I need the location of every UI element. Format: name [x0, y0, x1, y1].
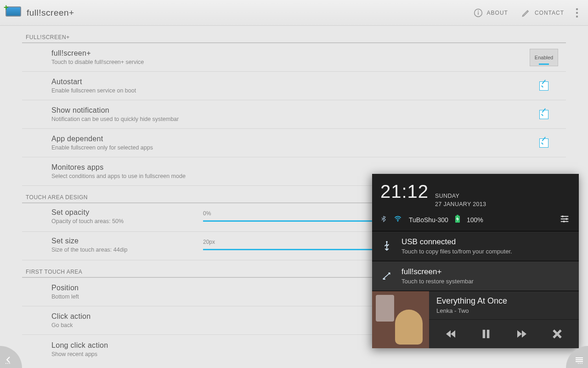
row-show-notification[interactable]: Show notification Notification can be us… — [22, 100, 566, 129]
svg-rect-1 — [478, 12, 479, 15]
row-title: Monitores apps — [51, 163, 562, 172]
enabled-toggle-label: Enabled — [535, 55, 553, 60]
autostart-checkbox[interactable] — [539, 81, 548, 91]
svg-point-13 — [7, 363, 8, 364]
battery-percent: 100% — [467, 216, 483, 224]
notification-subtitle: Touch to copy files to/from your compute… — [401, 248, 512, 255]
clock: 21:12 — [380, 181, 429, 202]
action-bar: + full!screen+ ABOUT CONTACT — [0, 0, 588, 26]
notification-subtitle: Touch to restore systembar — [401, 278, 474, 285]
svg-rect-6 — [562, 216, 564, 218]
about-label: ABOUT — [487, 10, 508, 16]
row-app-dependent[interactable]: App dependent Enable fullscreen only for… — [22, 129, 566, 157]
fullscreen-icon — [380, 270, 393, 282]
row-subtitle: Touch to disable full!screen+ service — [51, 59, 526, 65]
svg-rect-5 — [457, 215, 458, 216]
svg-point-2 — [477, 10, 478, 11]
svg-point-12 — [6, 363, 6, 364]
day-label: SUNDAY — [435, 192, 486, 200]
row-title: Autostart — [51, 78, 526, 86]
quicksettings-icon[interactable] — [559, 214, 571, 225]
section-header-fullscreen: FULL!SCREEN+ — [22, 26, 566, 43]
pencil-icon — [521, 8, 531, 18]
svg-point-17 — [582, 363, 582, 364]
svg-rect-7 — [566, 218, 567, 220]
svg-rect-11 — [487, 330, 490, 338]
row-subtitle: Notification can be used to quickly hide… — [51, 116, 526, 122]
notification-usb[interactable]: USB connected Touch to copy files to/fro… — [372, 231, 579, 261]
bluetooth-icon — [380, 215, 387, 224]
row-subtitle: Enable fullscreen only for selected apps — [51, 144, 526, 151]
music-artist: Lenka - Two — [436, 307, 571, 314]
svg-rect-8 — [563, 221, 565, 223]
svg-point-16 — [580, 363, 581, 364]
date-label: 27 JANUARY 2013 — [435, 200, 486, 208]
row-autostart[interactable]: Autostart Enable fullscreen service on b… — [22, 72, 566, 100]
svg-point-3 — [397, 221, 398, 222]
notification-fullscreen[interactable]: full!screen+ Touch to restore systembar — [372, 261, 579, 291]
contact-label: CONTACT — [535, 10, 564, 16]
overflow-menu-button[interactable] — [571, 5, 583, 21]
row-subtitle: Enable fullscreen service on boot — [51, 87, 526, 94]
wifi-ssid: TuBoShu-300 — [409, 216, 448, 224]
shade-header: 21:12 SUNDAY 27 JANUARY 2013 TuBoShu-300… — [372, 174, 579, 231]
svg-point-9 — [386, 241, 388, 243]
day-date: SUNDAY 27 JANUARY 2013 — [435, 192, 486, 208]
show-notification-checkbox[interactable] — [539, 110, 548, 119]
app-dependent-checkbox[interactable] — [539, 138, 548, 148]
row-title: Set opacity — [51, 208, 203, 217]
svg-point-14 — [9, 363, 10, 364]
row-title: App dependent — [51, 135, 526, 143]
app-title: full!screen+ — [27, 8, 74, 18]
enabled-toggle[interactable]: Enabled — [530, 49, 558, 66]
svg-point-15 — [578, 363, 579, 364]
music-next-button[interactable] — [513, 325, 531, 343]
music-title: Everything At Once — [436, 296, 571, 306]
row-subtitle: Show recent apps — [51, 351, 562, 357]
music-prev-button[interactable] — [441, 325, 460, 343]
about-button[interactable]: ABOUT — [467, 4, 514, 22]
row-subtitle: Opacity of touch areas: 50% — [51, 218, 203, 224]
info-icon — [473, 8, 483, 18]
contact-button[interactable]: CONTACT — [514, 4, 571, 22]
battery-charging-icon — [455, 215, 460, 224]
row-title: Set size — [51, 237, 203, 245]
row-enable-service[interactable]: full!screen+ Touch to disable full!scree… — [22, 43, 566, 72]
notification-shade: 21:12 SUNDAY 27 JANUARY 2013 TuBoShu-300… — [372, 174, 579, 348]
usb-icon — [380, 240, 393, 253]
row-subtitle: Size of the touch areas: 44dip — [51, 247, 203, 253]
app-icon: + — [3, 3, 23, 23]
music-notification[interactable]: Everything At Once Lenka - Two — [372, 291, 579, 348]
music-pause-button[interactable] — [477, 325, 495, 343]
wifi-icon — [393, 215, 402, 224]
svg-rect-10 — [483, 330, 486, 338]
notification-title: USB connected — [401, 237, 512, 247]
row-title: full!screen+ — [51, 49, 526, 58]
notification-title: full!screen+ — [401, 267, 474, 276]
album-art — [372, 291, 429, 348]
music-close-button[interactable] — [548, 325, 566, 343]
row-title: Show notification — [51, 106, 526, 115]
